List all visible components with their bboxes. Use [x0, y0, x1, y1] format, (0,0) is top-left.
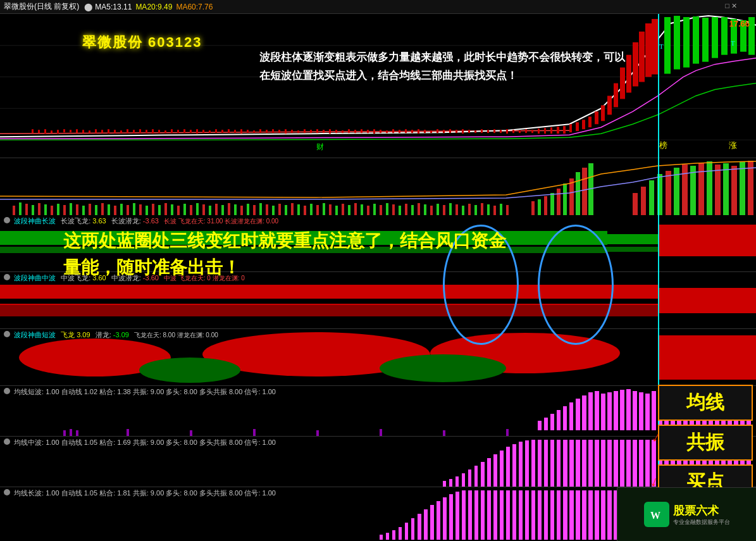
svg-rect-292: [481, 462, 485, 487]
junxian-label: 均线: [686, 392, 724, 413]
svg-rect-151: [221, 205, 224, 215]
svg-rect-301: [538, 440, 542, 487]
svg-rect-80: [500, 130, 502, 133]
svg-rect-66: [411, 130, 413, 133]
svg-rect-125: [57, 204, 59, 215]
window-controls[interactable]: □ ✕: [725, 2, 737, 10]
svg-rect-176: [380, 205, 382, 215]
svg-rect-280: [253, 429, 256, 437]
ma-mid-header: 均线中波: 1.00 自动线 1.05 粘合: 1.69 共振: 9.00 多头…: [4, 438, 276, 447]
svg-rect-197: [531, 201, 535, 215]
svg-rect-252: [607, 392, 612, 430]
svg-rect-141: [158, 205, 161, 215]
svg-rect-47: [291, 130, 293, 133]
svg-rect-86: [538, 128, 540, 134]
svg-rect-358: [519, 490, 523, 540]
svg-rect-60: [373, 129, 375, 134]
svg-text:T: T: [659, 42, 664, 50]
svg-rect-109: [702, 18, 709, 62]
svg-rect-346: [443, 497, 447, 540]
svg-rect-245: [563, 406, 567, 430]
svg-rect-366: [569, 490, 574, 540]
wave3-indicator: [4, 331, 10, 337]
svg-rect-257: [639, 392, 643, 430]
svg-rect-185: [437, 204, 439, 215]
svg-rect-357: [512, 490, 516, 540]
svg-rect-94: [588, 116, 592, 127]
svg-rect-352: [481, 490, 485, 540]
bang-label: 榜: [659, 140, 667, 151]
wave1-header: 波段神曲长波 长波飞龙: 3.63 长波潜龙: -3.63 长波 飞龙在天: 3…: [4, 216, 278, 226]
svg-rect-364: [557, 490, 561, 540]
svg-rect-16: [95, 129, 97, 133]
wave3-label: 波段神曲短波: [14, 331, 56, 339]
svg-rect-284: [506, 429, 509, 437]
volume-svg: /* generated in CSS */: [0, 158, 756, 215]
svg-rect-371: [601, 490, 605, 540]
svg-rect-213: [682, 165, 688, 215]
svg-rect-162: [291, 203, 294, 215]
wave1-extra: 长波 飞龙在天: 31.00 长波潜龙在渊: 0.00: [164, 218, 278, 225]
svg-rect-367: [576, 490, 580, 540]
svg-rect-26: [158, 130, 160, 133]
svg-rect-105: [664, 17, 671, 74]
wave3-area: 波段神曲短波 飞龙 3.09 潜龙: -3.09 飞龙在天: 8.00 潜龙在渊…: [0, 329, 756, 386]
price-chart: T T 翠微股份 603123 波段柱体逐渐变粗表示做多力量越来越强，此时长中趋…: [0, 14, 756, 158]
svg-rect-337: [386, 533, 389, 540]
svg-rect-43: [266, 130, 268, 133]
price-label: 17.66: [729, 19, 750, 28]
svg-rect-199: [544, 196, 547, 215]
svg-rect-219: [731, 166, 737, 215]
svg-rect-294: [493, 454, 497, 487]
svg-rect-344: [430, 505, 434, 540]
svg-rect-11: [63, 129, 65, 132]
svg-rect-21: [127, 129, 128, 133]
logo-icon: W: [644, 502, 669, 527]
svg-rect-351: [474, 490, 478, 540]
svg-rect-48: [297, 130, 299, 133]
svg-rect-254: [620, 390, 624, 430]
svg-rect-135: [120, 204, 123, 215]
svg-rect-166: [316, 205, 319, 215]
svg-rect-106: [674, 16, 680, 70]
svg-rect-121: [32, 205, 34, 215]
svg-rect-190: [468, 204, 471, 215]
svg-rect-28: [171, 129, 173, 133]
svg-rect-347: [449, 494, 453, 540]
svg-rect-365: [563, 490, 567, 540]
svg-rect-140: [152, 204, 154, 215]
gongzhen-box: 共振: [658, 425, 753, 461]
svg-rect-362: [544, 490, 548, 540]
svg-rect-6: [32, 129, 34, 133]
svg-rect-127: [70, 203, 72, 215]
svg-rect-348: [455, 492, 459, 540]
svg-rect-179: [399, 206, 401, 215]
svg-rect-27: [164, 130, 166, 133]
annotation-text: 波段柱体逐渐变粗表示做多力量越来越强，此时长中趋势不会很快转变，可以在短波位置找…: [259, 49, 633, 85]
svg-rect-128: [76, 204, 78, 215]
svg-rect-78: [487, 130, 489, 133]
svg-rect-98: [614, 84, 618, 108]
svg-rect-35: [215, 129, 217, 133]
svg-rect-77: [481, 129, 483, 133]
svg-rect-70: [437, 129, 438, 133]
wave3-ql-val: -3.09: [113, 331, 129, 339]
svg-rect-312: [607, 440, 612, 487]
svg-rect-248: [582, 395, 586, 430]
svg-rect-15: [89, 130, 90, 133]
svg-rect-227: [607, 247, 658, 252]
svg-rect-145: [183, 204, 186, 215]
svg-rect-181: [411, 205, 414, 215]
svg-rect-349: [462, 490, 466, 540]
svg-rect-110: [712, 17, 718, 58]
svg-rect-256: [633, 391, 637, 430]
svg-rect-306: [569, 440, 574, 487]
svg-rect-18: [108, 129, 109, 134]
svg-rect-155: [247, 204, 249, 215]
wave1-label: 波段神曲长波: [14, 217, 56, 225]
svg-rect-276: [70, 429, 72, 437]
svg-rect-56: [348, 129, 350, 133]
svg-rect-182: [418, 203, 420, 215]
svg-rect-168: [329, 204, 332, 215]
svg-rect-178: [392, 204, 395, 215]
